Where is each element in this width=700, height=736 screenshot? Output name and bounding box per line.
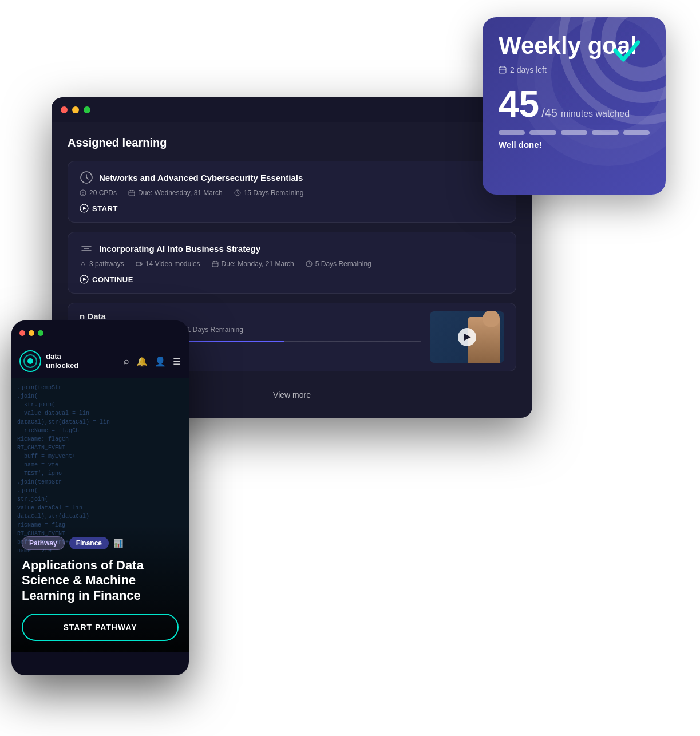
svg-marker-24 <box>83 278 86 281</box>
cpds-1: C 20 CPDs <box>80 189 117 197</box>
mobile-hero: .join(tempStr .join( str.join( value dat… <box>11 378 189 652</box>
dot-yellow <box>72 106 79 113</box>
course-item-1: Networks and Advanced Cybersecurity Esse… <box>68 161 516 223</box>
dot-green <box>84 106 90 113</box>
course-name-2: Incorporating AI Into Business Strategy <box>99 244 260 254</box>
svg-rect-18 <box>212 262 218 267</box>
check-icon <box>610 33 644 68</box>
logo-area: data unlocked <box>19 350 78 372</box>
progress-bars <box>499 130 650 135</box>
mobile-dot-yellow <box>29 330 34 336</box>
video-2: 14 Video modules <box>136 260 200 268</box>
pathway-icon <box>80 260 86 267</box>
shield-icon <box>80 171 93 184</box>
weekly-goal-card: Weekly goal 2 days left 45/45minutes wat… <box>483 17 666 195</box>
mobile-course-title: Applications of Data Science & Machine L… <box>22 558 179 603</box>
svg-rect-10 <box>129 191 135 196</box>
play-icon-1 <box>80 204 89 213</box>
calendar-icon <box>499 66 507 74</box>
minutes-section: 45/45minutes watched <box>499 86 650 122</box>
course-item-2: Incorporating AI Into Business Strategy … <box>68 232 516 294</box>
course-header-3: n Data <box>80 311 421 321</box>
course-name-3: n Data <box>80 311 106 321</box>
svg-marker-16 <box>83 207 86 210</box>
nav-icons: ⌕ 🔔 👤 ☰ <box>124 356 181 367</box>
clock-icon-2 <box>306 260 313 267</box>
svg-rect-17 <box>136 262 141 266</box>
search-icon[interactable]: ⌕ <box>124 356 129 366</box>
profile-icon[interactable]: 👤 <box>155 356 166 367</box>
ai-icon <box>80 242 93 255</box>
progress-seg-5 <box>623 130 650 135</box>
minutes-label: minutes watched <box>561 109 630 118</box>
play-triangle <box>464 334 471 341</box>
mobile-nav: data unlocked ⌕ 🔔 👤 ☰ <box>11 346 189 378</box>
minutes-total: /45 <box>541 106 557 119</box>
svg-rect-3 <box>499 67 506 73</box>
thumbnail-play-button[interactable] <box>458 328 476 346</box>
course-name-1: Networks and Advanced Cybersecurity Esse… <box>99 173 303 183</box>
course-meta-1: C 20 CPDs Due: Wednesday, 31 March 15 Da… <box>80 189 504 197</box>
tag-row: Pathway Finance 📊 <box>22 536 179 550</box>
calendar-small-icon <box>128 189 135 196</box>
mobile-dot-green <box>38 330 43 336</box>
due-1: Due: Wednesday, 31 March <box>128 189 223 197</box>
dot-red <box>61 106 68 113</box>
start-pathway-button[interactable]: START PATHWAY <box>22 614 179 641</box>
logo-text: data unlocked <box>46 352 78 370</box>
mobile-dot-red <box>19 330 25 336</box>
cpd-icon: C <box>80 189 86 196</box>
play-icon-2 <box>80 275 89 284</box>
calendar-icon-2 <box>212 260 219 267</box>
video-icon <box>136 260 143 267</box>
mobile-card: data unlocked ⌕ 🔔 👤 ☰ .join(tempStr .joi… <box>11 320 189 675</box>
continue-button-2[interactable]: CONTINUE <box>80 275 504 284</box>
window-titlebar <box>52 97 532 122</box>
pathways-2: 3 pathways <box>80 260 124 268</box>
clock-icon <box>234 189 241 196</box>
mobile-titlebar <box>11 320 189 346</box>
notification-icon[interactable]: 🔔 <box>136 356 148 367</box>
course-thumbnail-3[interactable] <box>430 311 504 363</box>
progress-seg-1 <box>499 130 525 135</box>
svg-text:C: C <box>82 192 84 195</box>
chart-icon: 📊 <box>113 539 123 548</box>
svg-point-30 <box>27 358 33 364</box>
remaining-2: 5 Days Remaining <box>306 260 371 268</box>
tag-pathway: Pathway <box>22 536 65 550</box>
course-meta-2: 3 pathways 14 Video modules Due: Monday,… <box>80 260 504 268</box>
course-header-1: Networks and Advanced Cybersecurity Esse… <box>80 171 504 184</box>
menu-icon[interactable]: ☰ <box>173 356 181 367</box>
well-done-label: Well done! <box>499 140 650 149</box>
tag-finance: Finance <box>69 537 109 549</box>
due-2: Due: Monday, 21 March <box>212 260 294 268</box>
start-button-1[interactable]: START <box>80 204 504 213</box>
assigned-learning-title: Assigned learning <box>68 136 516 149</box>
logo-icon <box>19 350 41 372</box>
progress-seg-4 <box>592 130 618 135</box>
remaining-1: 15 Days Remaining <box>234 189 304 197</box>
course-header-2: Incorporating AI Into Business Strategy <box>80 242 504 255</box>
progress-seg-2 <box>529 130 556 135</box>
progress-seg-3 <box>561 130 587 135</box>
minutes-count: 45 <box>499 84 539 125</box>
mobile-overlay: Pathway Finance 📊 Applications of Data S… <box>11 525 189 652</box>
